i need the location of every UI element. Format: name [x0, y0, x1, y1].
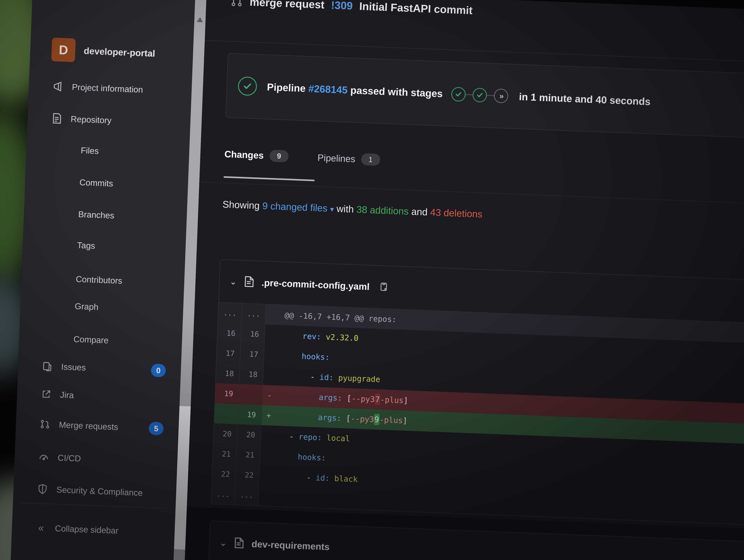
file-icon	[244, 276, 254, 289]
sidebar-item-merge-requests[interactable]: Merge requests5	[15, 410, 179, 442]
file-icon	[234, 537, 244, 550]
additions-count: 38 additions	[356, 204, 409, 217]
diff-line-sign: +	[262, 411, 281, 420]
diff-new-line-number[interactable]: 21	[236, 444, 261, 465]
mr-ref-link[interactable]: !309	[331, 0, 353, 12]
sidebar-item-security-compliance[interactable]: Security & Compliance	[13, 475, 177, 507]
stage-connector	[466, 94, 473, 95]
stage-passed-icon[interactable]	[451, 87, 466, 102]
diff-line-sign	[260, 451, 280, 461]
sidebar-item-label: Collapse sidebar	[55, 523, 119, 535]
sidebar-item-collapse-sidebar[interactable]: « Collapse sidebar	[11, 514, 175, 546]
diff-old-line-number[interactable]: 22	[212, 463, 236, 485]
sidebar-item-label: Project information	[72, 82, 143, 95]
photo-of-screen: SPATIAL WEB D developer-portal Project i…	[0, 0, 744, 560]
sidebar-item-label: Graph	[75, 301, 99, 312]
sidebar-item-label: CI/CD	[58, 453, 81, 463]
merge-request-icon	[230, 0, 244, 8]
diff-old-line-number[interactable]	[214, 403, 238, 424]
tab-pipelines[interactable]: Pipelines 1	[318, 151, 380, 166]
sidebar-count-badge: 5	[149, 422, 164, 436]
sidebar-item-label: Merge requests	[59, 420, 118, 432]
diff-old-line-number[interactable]: 19	[215, 383, 239, 404]
external-link-icon	[40, 388, 52, 401]
chevron-down-icon[interactable]: ⌄	[220, 538, 227, 548]
sidebar-item-label: Repository	[71, 114, 112, 125]
diff-old-line-number[interactable]: 21	[213, 444, 237, 465]
sidebar-item-label: Compare	[73, 334, 109, 345]
merge-request-icon	[39, 418, 51, 431]
sidebar-item-label: Branches	[78, 210, 114, 220]
sidebar-item-repository[interactable]: Repository	[27, 105, 191, 136]
merge-request-title: merge request !309 Initial FastAPI commi…	[230, 0, 473, 17]
project-name: developer-portal	[83, 45, 155, 59]
tab-label: Pipelines	[318, 152, 356, 164]
tab-label: Changes	[224, 149, 264, 161]
pipeline-widget: Pipeline #268145 passed with stages » in…	[226, 53, 744, 144]
diff-old-line-number[interactable]: 16	[217, 323, 241, 344]
sidebar-item-label: Tags	[77, 240, 95, 251]
gauge-icon	[37, 451, 50, 463]
sidebar-item-label: Commits	[79, 178, 113, 188]
diff-line-sign	[265, 310, 285, 320]
pipeline-label-suffix: passed with stages	[350, 84, 443, 99]
diff-new-line-number[interactable]: 20	[237, 424, 261, 445]
diff-line-sign: -	[262, 390, 282, 400]
title-text: Initial FastAPI commit	[359, 0, 473, 17]
sidebar-count-badge: 0	[151, 364, 166, 377]
pipeline-status-text: Pipeline #268145 passed with stages	[267, 81, 443, 100]
diff-line-sign	[264, 350, 283, 360]
deletions-count: 43 deletions	[430, 207, 483, 220]
diff-old-line-number[interactable]: 18	[216, 363, 240, 384]
shield-icon	[36, 483, 49, 495]
diff-table: ...... @@ -16,7 +16,7 @@ repos:1616 rev:…	[211, 303, 744, 530]
title-prefix: merge request	[250, 0, 325, 11]
diff-file-name[interactable]: .pre-commit-config.yaml	[261, 277, 370, 292]
sidebar-item-project-information[interactable]: Project information	[29, 73, 192, 104]
sidebar-project-row[interactable]: D developer-portal	[51, 38, 156, 65]
diff-line-sign	[259, 471, 278, 481]
issues-icon	[41, 360, 54, 373]
tab-changes[interactable]: Changes 9	[224, 148, 289, 162]
sidebar-item-issues[interactable]: Issues0	[17, 352, 181, 384]
diff-old-line-number[interactable]: 20	[213, 423, 238, 445]
sidebar-item-jira[interactable]: Jira	[17, 380, 180, 412]
chevron-down-icon: ▾	[330, 205, 334, 214]
project-sidebar: SPATIAL WEB D developer-portal Project i…	[9, 0, 196, 560]
summary-prefix: Showing	[222, 199, 260, 211]
diff-new-line-number[interactable]: 22	[235, 464, 260, 486]
diff-new-line-number[interactable]	[238, 384, 263, 405]
copy-path-icon[interactable]	[379, 281, 389, 293]
diff-new-line-number[interactable]: 16	[241, 324, 265, 345]
sidebar-item-label: Files	[81, 146, 99, 156]
stage-skipped-icon[interactable]: »	[493, 88, 509, 104]
summary-conj: and	[411, 206, 428, 218]
repository-icon	[50, 112, 63, 125]
diff-file-card: ⌄ .pre-commit-config.yaml ...... @@ -16,…	[211, 259, 744, 530]
sidebar-item-label: Contributors	[76, 274, 122, 286]
pipeline-stages: »	[451, 87, 509, 103]
scrollbar-up-arrow-icon[interactable]	[197, 17, 203, 22]
project-information-icon	[51, 80, 64, 93]
diff-old-line-number[interactable]: ...	[211, 484, 235, 505]
sidebar-item-label: Security & Compliance	[56, 485, 143, 498]
sidebar-item-ci-cd[interactable]: CI/CD	[14, 443, 178, 475]
collapse-icon: «	[35, 521, 47, 534]
monitor-screen: SPATIAL WEB D developer-portal Project i…	[9, 0, 744, 560]
stage-passed-icon[interactable]	[472, 88, 487, 103]
pipeline-id-link[interactable]: #268145	[308, 83, 348, 96]
diff-old-line-number[interactable]: ...	[218, 303, 243, 324]
diff-new-line-number[interactable]: ...	[241, 303, 266, 325]
diff-new-line-number[interactable]: 19	[238, 404, 262, 425]
changed-files-dropdown[interactable]: 9 changed files ▾	[262, 200, 334, 214]
diff-new-line-number[interactable]: 18	[239, 364, 264, 385]
diff-line-sign	[263, 370, 283, 380]
stage-connector	[487, 95, 494, 96]
diff-old-line-number[interactable]: 17	[216, 343, 241, 364]
diff-file-name[interactable]: dev-requirements	[251, 538, 330, 552]
diff-new-line-number[interactable]: 17	[240, 344, 264, 365]
diff-new-line-number[interactable]: ...	[235, 485, 259, 506]
diff-line-sign	[258, 491, 278, 501]
project-avatar: D	[51, 38, 76, 62]
chevron-down-icon[interactable]: ⌄	[229, 276, 237, 287]
